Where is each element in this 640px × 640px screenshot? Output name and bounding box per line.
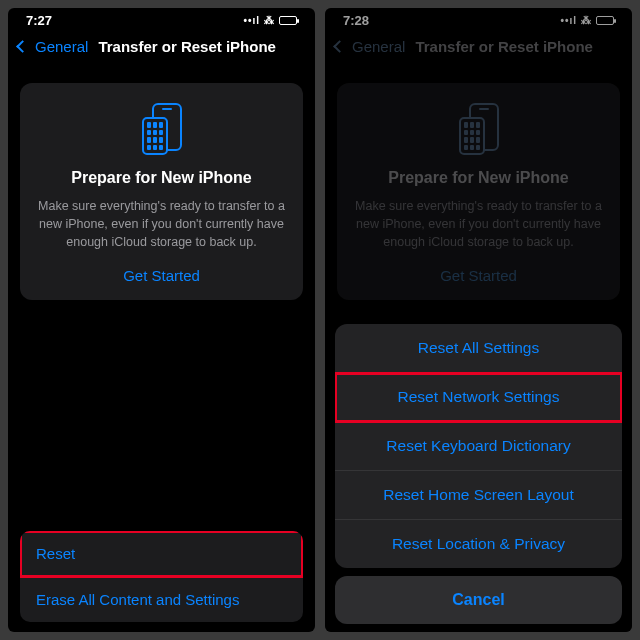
option-label: Reset Location & Privacy [392,535,565,552]
nav-bar: General Transfer or Reset iPhone [325,32,632,65]
prepare-card: Prepare for New iPhone Make sure everyth… [20,83,303,300]
wifi-icon: ⁂ [581,15,592,26]
erase-row[interactable]: Erase All Content and Settings [20,577,303,622]
reset-home-screen-layout-button[interactable]: Reset Home Screen Layout [335,471,622,520]
action-sheet: Reset All Settings Reset Network Setting… [335,324,622,624]
card-body: Make sure everything's ready to transfer… [34,197,289,251]
iphones-icon [34,103,289,155]
battery-icon [596,16,614,25]
status-indicators: ••ıl ⁂ [560,15,614,26]
battery-icon [279,16,297,25]
reset-location-privacy-button[interactable]: Reset Location & Privacy [335,520,622,568]
reset-row[interactable]: Reset [20,531,303,577]
reset-label: Reset [36,545,75,562]
iphones-icon [351,103,606,155]
nav-back-button[interactable]: General [35,38,88,55]
chevron-left-icon [333,40,346,53]
phone-left: 7:27 ••ıl ⁂ General Transfer or Reset iP… [8,8,315,632]
signal-icon: ••ıl [560,15,577,26]
prepare-card: Prepare for New iPhone Make sure everyth… [337,83,620,300]
status-time: 7:27 [26,13,52,28]
page-title: Transfer or Reset iPhone [98,38,276,55]
option-label: Reset Network Settings [398,388,560,405]
reset-all-settings-button[interactable]: Reset All Settings [335,324,622,373]
reset-network-settings-button[interactable]: Reset Network Settings [335,373,622,422]
phone-right: 7:28 ••ıl ⁂ General Transfer or Reset iP… [325,8,632,632]
option-label: Reset All Settings [418,339,539,356]
status-bar: 7:28 ••ıl ⁂ [325,8,632,32]
card-title: Prepare for New iPhone [34,169,289,187]
options-list: Reset Erase All Content and Settings [20,531,303,622]
chevron-left-icon[interactable] [16,40,29,53]
erase-label: Erase All Content and Settings [36,591,239,608]
status-indicators: ••ıl ⁂ [243,15,297,26]
get-started-button[interactable]: Get Started [34,267,289,284]
card-body: Make sure everything's ready to transfer… [351,197,606,251]
cancel-label: Cancel [452,591,504,608]
status-bar: 7:27 ••ıl ⁂ [8,8,315,32]
cancel-button[interactable]: Cancel [335,576,622,624]
reset-keyboard-dictionary-button[interactable]: Reset Keyboard Dictionary [335,422,622,471]
signal-icon: ••ıl [243,15,260,26]
option-label: Reset Home Screen Layout [383,486,573,503]
action-sheet-options: Reset All Settings Reset Network Setting… [335,324,622,568]
get-started-button: Get Started [351,267,606,284]
page-title: Transfer or Reset iPhone [415,38,593,55]
nav-back-button: General [352,38,405,55]
card-title: Prepare for New iPhone [351,169,606,187]
option-label: Reset Keyboard Dictionary [386,437,570,454]
nav-bar: General Transfer or Reset iPhone [8,32,315,65]
status-time: 7:28 [343,13,369,28]
wifi-icon: ⁂ [264,15,275,26]
